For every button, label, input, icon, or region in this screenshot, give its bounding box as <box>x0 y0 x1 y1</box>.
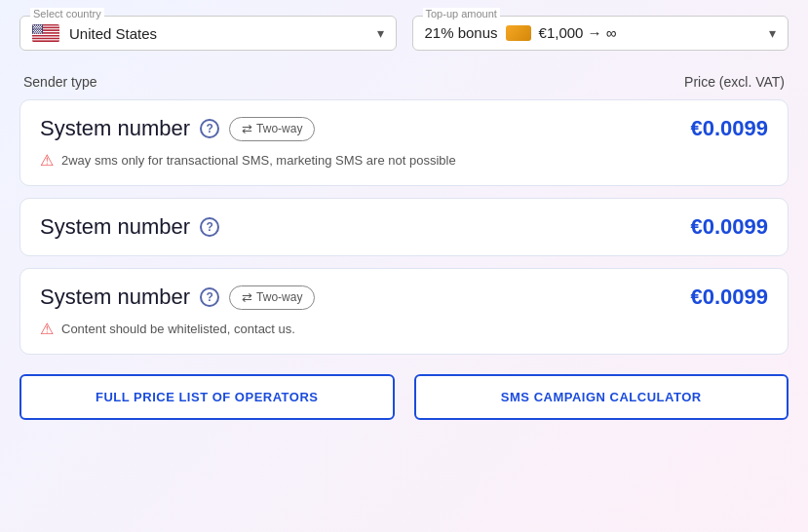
svg-rect-11 <box>32 39 59 40</box>
svg-point-29 <box>36 28 37 29</box>
svg-point-41 <box>33 32 34 33</box>
svg-point-40 <box>40 31 41 32</box>
svg-point-26 <box>39 27 40 28</box>
card-left-0: System number ? ⇄ Two-way <box>40 116 315 141</box>
svg-rect-9 <box>32 36 59 37</box>
two-way-label-0: Two-way <box>256 122 302 135</box>
svg-point-23 <box>33 27 34 28</box>
warning-text-2: Content should be whitelisted, contact u… <box>61 322 295 336</box>
country-select-inner[interactable]: United States ▾ <box>32 24 384 42</box>
price-header-label: Price (excl. VAT) <box>684 74 785 90</box>
country-chevron-icon: ▾ <box>377 25 384 41</box>
bottom-buttons: FULL PRICE LIST OF OPERATORS SMS CAMPAIG… <box>19 374 789 420</box>
price-value-1: €0.0099 <box>690 214 768 240</box>
svg-rect-10 <box>32 38 59 39</box>
help-icon-1[interactable]: ? <box>200 217 219 237</box>
country-select-wrapper[interactable]: Select country <box>19 16 397 51</box>
card-row-0: System number ? ⇄ Two-way €0.0099 <box>40 116 768 141</box>
svg-point-18 <box>41 25 42 26</box>
svg-point-31 <box>40 28 41 29</box>
price-value-2: €0.0099 <box>690 285 768 310</box>
svg-point-44 <box>39 32 40 33</box>
cards-container: System number ? ⇄ Two-way €0.0099 ⚠ 2way… <box>19 99 789 355</box>
svg-rect-12 <box>32 41 59 42</box>
svg-point-39 <box>38 31 39 32</box>
svg-point-25 <box>37 27 38 28</box>
svg-rect-8 <box>32 35 59 36</box>
sender-card-0: System number ? ⇄ Two-way €0.0099 ⚠ 2way… <box>19 99 789 186</box>
svg-point-16 <box>37 25 38 26</box>
svg-point-42 <box>35 32 36 33</box>
two-way-label-2: Two-way <box>256 290 302 304</box>
price-list-button[interactable]: FULL PRICE LIST OF OPERATORS <box>19 374 395 420</box>
svg-point-14 <box>33 25 34 26</box>
svg-point-36 <box>41 30 42 31</box>
svg-point-19 <box>34 26 35 27</box>
svg-point-27 <box>41 27 42 28</box>
topup-select-label: Top-up amount <box>423 8 500 19</box>
warning-icon-2: ⚠ <box>40 320 54 338</box>
topup-select-wrapper[interactable]: Top-up amount 21% bonus €1,000 → ∞ ▾ <box>412 16 789 51</box>
two-way-badge-0[interactable]: ⇄ Two-way <box>229 117 315 141</box>
svg-point-30 <box>38 28 39 29</box>
sender-type-name-2: System number <box>40 285 190 310</box>
credit-card-icon <box>506 25 531 41</box>
two-way-badge-2[interactable]: ⇄ Two-way <box>229 285 315 310</box>
two-way-arrow-icon-2: ⇄ <box>242 290 252 305</box>
svg-point-28 <box>34 28 35 29</box>
card-row-1: System number ? €0.0099 <box>40 214 768 240</box>
warning-text-0: 2way sms only for transactional SMS, mar… <box>61 153 456 168</box>
sender-card-2: System number ? ⇄ Two-way €0.0099 ⚠ Cont… <box>19 268 789 355</box>
sender-type-name-0: System number <box>40 116 190 141</box>
svg-point-20 <box>36 26 37 27</box>
svg-point-32 <box>33 30 34 31</box>
price-value-0: €0.0099 <box>690 116 768 141</box>
svg-point-35 <box>39 30 40 31</box>
sender-type-label: Sender type <box>23 74 97 90</box>
sender-type-header: Sender type Price (excl. VAT) <box>19 74 789 90</box>
svg-rect-7 <box>32 34 59 35</box>
warning-row-2: ⚠ Content should be whitelisted, contact… <box>40 320 768 338</box>
card-left-1: System number ? <box>40 214 219 240</box>
svg-point-45 <box>41 32 42 33</box>
two-way-arrow-icon-0: ⇄ <box>242 122 252 136</box>
topup-bonus: 21% bonus <box>425 24 498 41</box>
svg-point-43 <box>37 32 38 33</box>
topup-chevron-icon: ▾ <box>769 25 776 41</box>
warning-icon-0: ⚠ <box>40 151 54 170</box>
help-icon-0[interactable]: ? <box>200 119 219 138</box>
sender-type-name-1: System number <box>40 214 190 240</box>
warning-row-0: ⚠ 2way sms only for transactional SMS, m… <box>40 151 768 170</box>
topup-amount: €1,000 → ∞ <box>539 24 617 41</box>
svg-point-33 <box>35 30 36 31</box>
svg-point-38 <box>36 31 37 32</box>
svg-point-24 <box>35 27 36 28</box>
country-select-label: Select country <box>30 8 104 19</box>
card-left-2: System number ? ⇄ Two-way <box>40 285 315 310</box>
svg-point-15 <box>35 25 36 26</box>
svg-point-21 <box>38 26 39 27</box>
country-value: United States <box>69 25 367 42</box>
help-icon-2[interactable]: ? <box>200 287 219 307</box>
svg-point-17 <box>39 25 40 26</box>
sender-card-1: System number ? €0.0099 <box>19 198 789 256</box>
topup-select-inner[interactable]: 21% bonus €1,000 → ∞ ▾ <box>425 24 777 41</box>
svg-point-37 <box>34 31 35 32</box>
us-flag-icon <box>32 24 59 42</box>
svg-point-22 <box>40 26 41 27</box>
card-row-2: System number ? ⇄ Two-way €0.0099 <box>40 285 768 310</box>
svg-point-34 <box>37 30 38 31</box>
calculator-button[interactable]: SMS CAMPAIGN CALCULATOR <box>414 374 789 420</box>
